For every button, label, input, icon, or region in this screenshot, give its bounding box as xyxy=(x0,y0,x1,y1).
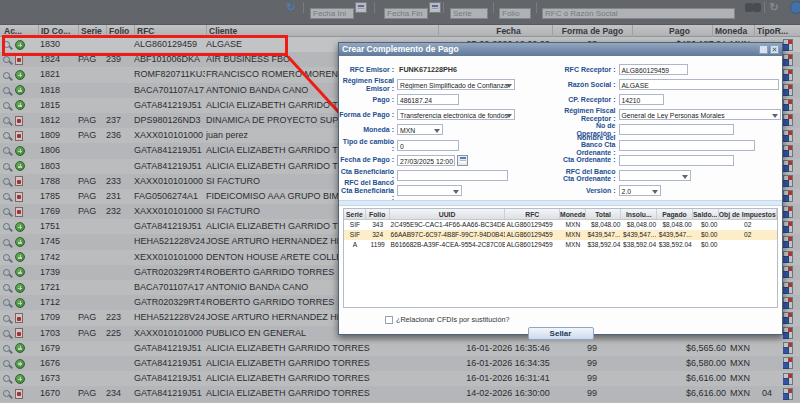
field-input[interactable] xyxy=(619,124,734,135)
relacionar-cfdis-checkbox[interactable] xyxy=(385,316,393,324)
payment-form: RFC Emisor : FUNK671228PH6 Régimen Fisca… xyxy=(339,56,782,198)
column-header[interactable]: Obj de Impuestos xyxy=(719,209,777,219)
cfdi-moneda: MXN xyxy=(560,240,586,250)
form-field: Fecha de Pago : 27/03/2025 12:00 xyxy=(339,153,561,168)
field-input[interactable]: 486187.24 xyxy=(397,94,459,105)
form-field: Versión : 2.0 xyxy=(561,183,783,198)
field-input[interactable]: 14210 xyxy=(619,94,664,105)
field-input[interactable]: ALG860129459 xyxy=(619,64,688,75)
cfdi-insoluto: $38,592.04 xyxy=(621,240,657,250)
app-window: ↻ ↻ Ac... ID Co... Serie Folio RFC Clien… xyxy=(0,0,800,403)
column-header[interactable]: UUID xyxy=(390,209,506,219)
form-field: Forma de Pago : Transferencia electrónic… xyxy=(339,107,561,122)
cfdi-pagado: $8,048.00 xyxy=(657,220,693,230)
cfdi-folio: 324 xyxy=(366,230,390,240)
field-label: Pago : xyxy=(339,96,397,104)
column-header[interactable]: Pagado xyxy=(657,209,693,219)
form-field: Régimen Fiscal Emisor : Régimen Simplifi… xyxy=(339,77,561,92)
column-header[interactable]: Saldo... xyxy=(693,209,719,219)
field-label: RFC del Banco Cta Ordenante : xyxy=(561,168,619,183)
form-field: RFC Emisor : FUNK671228PH6 xyxy=(339,62,561,77)
relacionar-cfdis-row: ¿Relacionar CFDIs por sustitución? xyxy=(385,315,782,324)
cfdi-obj-impuestos: 02 xyxy=(719,220,777,230)
field-label: Forma de Pago : xyxy=(339,111,397,119)
cfdi-row[interactable]: SIF 343 2C495E9C-CAC1-4F66-AA66-BC34DE2C… xyxy=(344,220,777,230)
cfdi-saldo: $0.00 xyxy=(693,220,719,230)
cfdi-grid-header: Serie Folio UUID RFC Moneda Total Insolu… xyxy=(344,209,777,220)
cfdi-grid-body: SIF 343 2C495E9C-CAC1-4F66-AA66-BC34DE2C… xyxy=(344,220,777,250)
cfdi-total: $38,592.04 xyxy=(586,240,622,250)
cfdi-uuid: 2C495E9C-CAC1-4F66-AA66-BC34DE2C5EDF xyxy=(390,220,506,230)
field-input[interactable]: Régimen Simplificado de Confianza xyxy=(397,79,515,90)
field-label: Tipo de cambio : xyxy=(339,138,397,153)
field-input[interactable]: FUNK671228PH6 xyxy=(397,64,487,75)
field-input[interactable] xyxy=(619,170,691,181)
highlight-rectangle-annotation xyxy=(2,35,288,56)
column-header[interactable]: Insolu... xyxy=(621,209,657,219)
field-input[interactable] xyxy=(619,140,755,151)
cfdi-pagado: $38,592.04 xyxy=(657,240,693,250)
cfdi-serie: SIF xyxy=(344,220,366,230)
cfdi-insoluto: $8,048.00 xyxy=(621,220,657,230)
form-left-column: RFC Emisor : FUNK671228PH6 Régimen Fisca… xyxy=(339,62,561,198)
cfdi-obj-impuestos: 02 xyxy=(719,230,777,240)
cfdi-uuid: 66AAB97C-6C97-4B8F-99C7-94D0B4183A19 xyxy=(390,230,506,240)
form-field: RFC del Banco Cta Beneficiaria : xyxy=(339,183,561,198)
form-field: Régimen Fiscal Receptor : General de Ley… xyxy=(561,107,783,122)
column-header[interactable]: RFC xyxy=(505,209,560,219)
form-field: Moneda : MXN xyxy=(339,122,561,137)
crear-complemento-de-pago-dialog: Crear Complemento de Pago RFC Emisor : F… xyxy=(338,42,783,335)
column-header[interactable]: Total xyxy=(586,209,622,219)
field-input[interactable]: 27/03/2025 12:00 xyxy=(397,155,455,166)
cfdi-total: $8,048.00 xyxy=(586,220,622,230)
field-label: RFC Receptor : xyxy=(561,66,619,74)
form-field: Pago : 486187.24 xyxy=(339,92,561,107)
form-field: Razón Social : ALGASE xyxy=(561,77,783,92)
cfdi-folio: 343 xyxy=(366,220,390,230)
field-input[interactable]: General de Ley Personas Morales xyxy=(619,109,781,120)
cfdi-pagado: $439,547... xyxy=(657,230,693,240)
cfdi-rfc: ALG860129459 xyxy=(505,230,559,240)
field-input[interactable] xyxy=(397,170,508,181)
close-icon[interactable] xyxy=(770,45,779,54)
field-label: CP. Receptor : xyxy=(561,96,619,104)
cfdi-saldo: $0.00 xyxy=(693,230,719,240)
minimize-icon[interactable] xyxy=(759,45,768,54)
field-label: Cta Ordenante : xyxy=(561,156,619,164)
section-divider xyxy=(339,200,782,206)
dialog-titlebar: Crear Complemento de Pago xyxy=(339,43,782,56)
field-input[interactable]: ALGASE xyxy=(619,79,779,90)
field-label: RFC del Banco Cta Beneficiaria : xyxy=(339,179,397,202)
cfdi-uuid: B616682B-A39F-4CEA-9554-2C87C0B9ED5A8 xyxy=(390,240,506,250)
form-field: RFC Receptor : ALG860129459 xyxy=(561,62,783,77)
field-input[interactable] xyxy=(397,185,462,196)
cfdi-serie: A xyxy=(344,240,366,250)
cfdi-insoluto: $439,547... xyxy=(621,230,657,240)
field-label: Moneda : xyxy=(339,126,397,134)
cfdi-moneda: MXN xyxy=(560,220,586,230)
cfdi-rfc: ALG860129459 xyxy=(505,220,559,230)
field-label: Razón Social : xyxy=(561,81,619,89)
cfdi-grid: Serie Folio UUID RFC Moneda Total Insolu… xyxy=(343,208,778,308)
field-label: Nombre del Banco Cta Ordenante : xyxy=(561,134,619,157)
column-header[interactable]: Folio xyxy=(366,209,390,219)
field-input[interactable]: 0 xyxy=(397,140,459,151)
form-field: Tipo de cambio : 0 xyxy=(339,137,561,152)
field-input[interactable]: MXN xyxy=(397,124,443,135)
field-label: Fecha de Pago : xyxy=(339,156,397,164)
cfdi-total: $439,547... xyxy=(586,230,622,240)
cfdi-obj-impuestos xyxy=(719,240,777,250)
field-input[interactable] xyxy=(619,155,734,166)
calendar-icon[interactable] xyxy=(457,155,468,166)
sellar-button[interactable]: Sellar xyxy=(528,327,594,340)
form-field: RFC del Banco Cta Ordenante : xyxy=(561,168,783,183)
cfdi-row[interactable]: A 1199 B616682B-A39F-4CEA-9554-2C87C0B9E… xyxy=(344,240,777,250)
field-input[interactable]: 2.0 xyxy=(619,185,661,196)
field-input[interactable]: Transferencia electrónica de fondos xyxy=(397,109,515,120)
dialog-title: Crear Complemento de Pago xyxy=(342,43,757,56)
column-header[interactable]: Serie xyxy=(344,209,366,219)
column-header[interactable]: Moneda xyxy=(560,209,586,219)
form-field: Nombre del Banco Cta Ordenante : xyxy=(561,137,783,152)
cfdi-row[interactable]: SIF 324 66AAB97C-6C97-4B8F-99C7-94D0B418… xyxy=(344,230,777,240)
cfdi-moneda: MXN xyxy=(560,230,586,240)
